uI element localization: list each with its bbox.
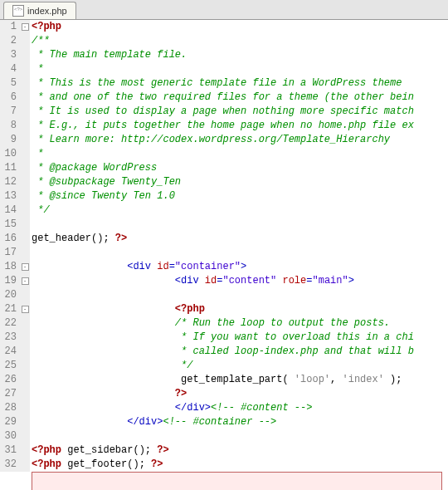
file-tab-index-php[interactable]: index.php [3,2,76,19]
fold-marker[interactable]: - [22,306,29,313]
tab-bar: index.php [0,0,448,20]
fold-gutter: - - - - [20,20,30,472]
fold-marker[interactable]: - [22,23,29,31]
line-number-gutter: 1234 5678 9101112 13141516 17181920 2122… [0,20,20,472]
code-area[interactable]: <?php /** * The main template file. * * … [30,20,448,472]
header-section-box [32,472,442,490]
fold-marker[interactable]: - [22,263,29,271]
tab-title: index.php [27,6,67,16]
fold-marker[interactable]: - [22,277,29,285]
code-editor[interactable]: 1234 5678 9101112 13141516 17181920 2122… [0,20,448,472]
php-file-icon [12,5,24,17]
